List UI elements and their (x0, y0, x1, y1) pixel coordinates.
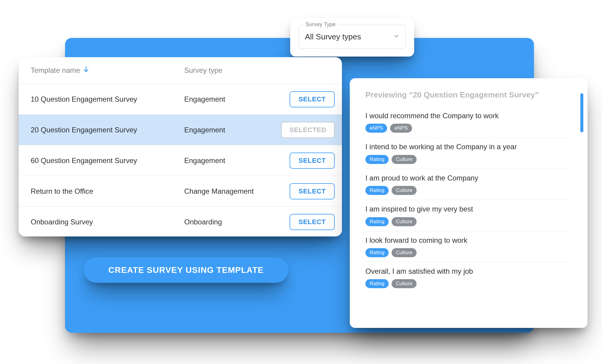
tag: Culture (392, 217, 417, 226)
question-tags: RatingCulture (365, 248, 572, 257)
column-header-type[interactable]: Survey type (184, 66, 222, 75)
question-item: I am inspired to give my very bestRating… (365, 200, 572, 231)
tag: Rating (365, 248, 389, 257)
column-header-name[interactable]: Template name (31, 66, 184, 75)
table-row[interactable]: 20 Question Engagement SurveyEngagementS… (19, 115, 342, 145)
template-name-cell: 20 Question Engagement Survey (31, 126, 184, 134)
row-action: SELECT (290, 91, 335, 107)
question-tags: RatingCulture (365, 279, 572, 288)
column-header-type-label: Survey type (184, 66, 222, 74)
table-row[interactable]: Return to the OfficeChange ManagementSEL… (19, 176, 342, 207)
table-row[interactable]: Onboarding SurveyOnboardingSELECT (19, 207, 342, 236)
row-action: SELECTED (281, 122, 335, 138)
question-item: I am proud to work at the CompanyRatingC… (365, 169, 572, 200)
question-item: I would recommend the Company to workeNP… (365, 107, 572, 138)
question-tags: RatingCulture (365, 155, 572, 164)
survey-type-legend: Survey Type (303, 21, 338, 28)
select-button[interactable]: SELECT (290, 153, 335, 169)
survey-type-dropdown-card: Survey Type All Survey types (290, 18, 414, 57)
survey-type-cell: Engagement (184, 95, 281, 103)
tag: Culture (392, 248, 417, 257)
table-row[interactable]: 60 Question Engagement SurveyEngagementS… (19, 145, 342, 176)
survey-type-cell: Engagement (184, 156, 281, 165)
survey-type-cell: Engagement (184, 126, 281, 134)
preview-title: Previewing “20 Question Engagement Surve… (365, 90, 572, 100)
question-tags: RatingCulture (365, 186, 572, 195)
template-name-cell: 60 Question Engagement Survey (31, 156, 184, 165)
question-text: Overall, I am satisfied with my job (365, 267, 572, 276)
sort-down-icon (83, 66, 89, 75)
tag: Rating (365, 186, 389, 195)
tag: Rating (365, 217, 389, 226)
preview-panel: Previewing “20 Question Engagement Surve… (350, 78, 588, 328)
survey-type-cell: Change Management (184, 187, 281, 196)
survey-type-cell: Onboarding (184, 218, 281, 226)
question-item: I intend to be working at the Company in… (365, 138, 572, 169)
column-header-name-label: Template name (31, 66, 80, 75)
select-button[interactable]: SELECT (290, 183, 335, 199)
question-item: I look forward to coming to workRatingCu… (365, 231, 572, 262)
table-row[interactable]: 10 Question Engagement SurveyEngagementS… (19, 84, 342, 115)
question-text: I would recommend the Company to work (365, 111, 572, 121)
scrollbar-thumb[interactable] (580, 93, 583, 132)
row-action: SELECT (290, 183, 335, 199)
tag: eNPS (390, 124, 412, 133)
create-survey-button[interactable]: CREATE SURVEY USING TEMPLATE (84, 258, 288, 283)
selected-button: SELECTED (281, 122, 335, 138)
select-button[interactable]: SELECT (290, 214, 335, 230)
tag: Rating (365, 155, 389, 164)
select-button[interactable]: SELECT (290, 91, 335, 107)
chevron-down-icon (393, 33, 399, 40)
question-item: Overall, I am satisfied with my jobRatin… (365, 262, 572, 293)
question-text: I am proud to work at the Company (365, 173, 572, 183)
tag: Culture (392, 279, 417, 288)
tag: Culture (392, 186, 417, 195)
survey-type-value: All Survey types (305, 32, 361, 42)
tag: Rating (365, 279, 389, 288)
row-action: SELECT (290, 214, 335, 230)
table-header: Template name Survey type (19, 57, 342, 84)
question-tags: RatingCulture (365, 217, 572, 226)
templates-table: Template name Survey type 10 Question En… (19, 57, 342, 236)
question-text: I am inspired to give my very best (365, 204, 572, 214)
template-name-cell: Onboarding Survey (31, 218, 184, 226)
survey-type-dropdown[interactable]: Survey Type All Survey types (299, 25, 406, 49)
template-name-cell: 10 Question Engagement Survey (31, 95, 184, 103)
tag: Culture (392, 155, 417, 164)
question-text: I intend to be working at the Company in… (365, 142, 572, 152)
template-name-cell: Return to the Office (31, 187, 184, 196)
question-tags: eNPSeNPS (365, 124, 572, 133)
question-text: I look forward to coming to work (365, 236, 572, 245)
tag: eNPS (365, 124, 387, 133)
row-action: SELECT (290, 153, 335, 169)
